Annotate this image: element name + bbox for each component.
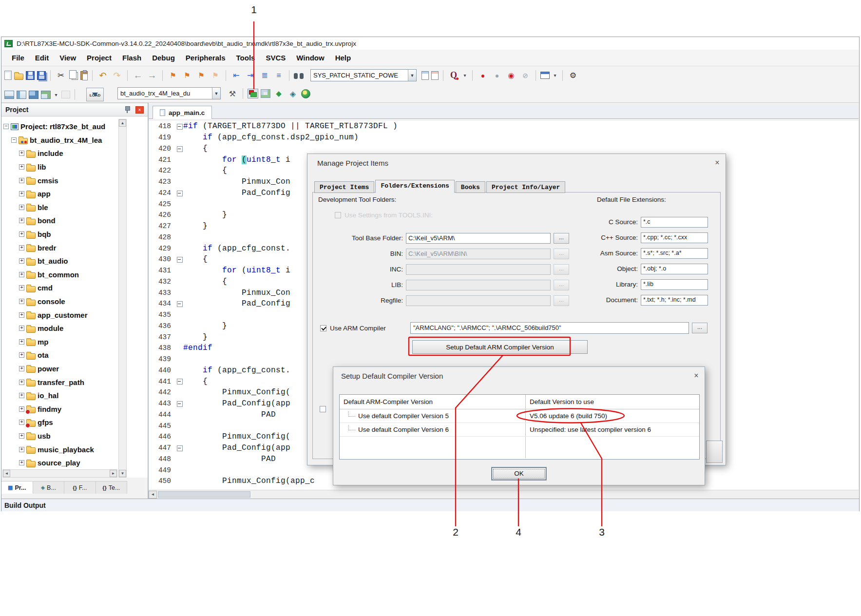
tab-project[interactable]: ▦ Pr... [1, 481, 33, 494]
expander-icon[interactable]: + [19, 406, 24, 412]
translate-file-icon[interactable] [4, 91, 14, 99]
menu-item[interactable]: SVCS [260, 54, 291, 62]
tree-item[interactable]: + usb [1, 429, 117, 443]
browse-button[interactable]: ... [554, 295, 569, 306]
tree-item[interactable]: + bt_common [1, 268, 117, 282]
menu-item[interactable]: File [6, 54, 30, 62]
debug-session-icon[interactable]: Q [448, 70, 459, 81]
back-icon[interactable]: ← [132, 70, 144, 81]
tree-item[interactable]: + include [1, 147, 117, 160]
prev-bookmark-icon[interactable]: ⚑ [181, 70, 193, 81]
expander-icon[interactable]: + [19, 433, 24, 439]
incremental-find-icon[interactable] [431, 71, 439, 80]
tree-item[interactable]: + module [1, 322, 117, 335]
clear-bookmarks-icon[interactable]: ⚑ [210, 70, 221, 81]
ok-button[interactable]: OK [492, 467, 546, 480]
tree-item[interactable]: + lib [1, 160, 117, 174]
menu-item[interactable]: Peripherals [180, 54, 231, 62]
expander-icon[interactable]: − [3, 124, 9, 129]
save-icon[interactable] [26, 71, 35, 80]
tree-item[interactable]: + app [1, 187, 117, 201]
arm-compiler-input[interactable]: "ARMCLANG"; ".\ARMCC"; ".\ARMCC_506build… [410, 322, 689, 334]
scroll-up-icon[interactable]: ▲ [119, 119, 126, 127]
tree-item[interactable]: + ota [1, 348, 117, 362]
tab-functions[interactable]: {} F... [64, 481, 96, 494]
fold-marker[interactable] [176, 210, 183, 221]
web-page-icon[interactable] [301, 89, 310, 98]
find-icon[interactable] [421, 71, 429, 80]
chevron-down-icon[interactable]: ▼ [408, 70, 416, 81]
save-all-icon[interactable] [37, 71, 46, 80]
fold-marker[interactable] [176, 443, 183, 454]
expander-icon[interactable]: + [19, 380, 24, 385]
fold-marker[interactable] [176, 464, 183, 476]
fold-marker[interactable] [176, 409, 183, 421]
tree-item[interactable]: + cmd [1, 281, 117, 295]
indent-icon[interactable]: ⇥ [245, 70, 256, 81]
open-folder-icon[interactable] [14, 74, 23, 80]
browse-button[interactable]: ... [554, 264, 569, 275]
asm-source-input[interactable]: *.s*; *.src; *.a* [641, 248, 708, 259]
rebuild-all-icon[interactable] [29, 91, 38, 99]
tree-item[interactable]: + transfer_path [1, 375, 117, 389]
fold-marker[interactable] [176, 198, 183, 210]
enable-breakpoints-icon[interactable]: ⊘ [519, 70, 531, 81]
browse-button[interactable]: ... [554, 280, 569, 290]
version-row-value[interactable]: Unspecified: use latest compiler version… [526, 423, 699, 436]
scroll-right-icon[interactable]: ► [110, 470, 117, 477]
expander-icon[interactable]: + [19, 178, 24, 183]
scroll-left-icon[interactable]: ◄ [3, 470, 10, 477]
fold-marker[interactable] [176, 143, 183, 154]
expander-icon[interactable]: + [19, 218, 24, 223]
redo-icon[interactable]: ↷ [111, 70, 123, 81]
tree-horizontal-scrollbar[interactable]: ◄ ► [2, 469, 117, 478]
scroll-left-icon[interactable]: ◄ [149, 491, 157, 499]
fold-marker[interactable] [176, 420, 183, 431]
tab-templates[interactable]: {} Te... [96, 481, 128, 494]
tree-item[interactable]: + cmsis [1, 173, 117, 187]
close-icon[interactable]: × [688, 371, 705, 380]
fold-marker[interactable] [176, 276, 183, 288]
fold-marker[interactable] [176, 132, 183, 143]
version-row[interactable]: Use default Compiler Version 6 Unspecifi… [340, 423, 699, 437]
fold-marker[interactable] [176, 354, 183, 365]
expander-icon[interactable]: + [19, 258, 24, 264]
fold-marker[interactable] [176, 232, 183, 243]
use-arm-compiler-checkbox[interactable] [320, 325, 326, 331]
regfile-input[interactable] [406, 295, 551, 306]
fold-marker[interactable] [176, 254, 183, 265]
fold-marker[interactable] [176, 154, 183, 165]
tree-item[interactable]: + music_playback [1, 443, 117, 456]
tree-item[interactable]: + bredr [1, 241, 117, 254]
c-source-input[interactable]: *.c [641, 217, 708, 228]
tab-app-main-c[interactable]: app_main.c [153, 106, 212, 119]
scroll-down-icon[interactable]: ▼ [119, 470, 126, 477]
fold-marker[interactable] [176, 287, 183, 298]
tree-vertical-scrollbar[interactable]: ▲ ▼ [118, 119, 127, 478]
fold-marker[interactable] [176, 331, 183, 343]
dropdown-icon[interactable]: ▾ [462, 70, 468, 81]
comment-icon[interactable]: ≣ [259, 70, 270, 81]
expander-icon[interactable]: + [19, 366, 24, 371]
expander-icon[interactable]: + [19, 164, 24, 170]
tab-project-info-layer[interactable]: Project Info/Layer [486, 181, 565, 193]
expander-icon[interactable]: + [19, 393, 24, 398]
unindent-icon[interactable]: ⇤ [230, 70, 242, 81]
fold-marker[interactable] [176, 121, 183, 132]
fold-marker[interactable] [176, 387, 183, 398]
menu-item[interactable]: View [54, 54, 81, 62]
select-software-packs-icon[interactable]: ◆ [273, 88, 285, 99]
tree-item[interactable]: + gfps [1, 416, 117, 429]
expander-icon[interactable]: + [19, 272, 24, 277]
tab-books[interactable]: ◈ B... [33, 481, 65, 494]
expander-icon[interactable]: + [19, 151, 24, 156]
expander-icon[interactable]: + [19, 339, 24, 345]
fold-marker[interactable] [176, 431, 183, 443]
menu-item[interactable]: Debug [147, 54, 180, 62]
expander-icon[interactable]: + [19, 352, 24, 358]
fold-marker[interactable] [176, 243, 183, 254]
tab-folders-extensions[interactable]: Folders/Extensions [375, 180, 454, 193]
fold-marker[interactable] [176, 376, 183, 387]
expander-icon[interactable]: + [19, 191, 24, 196]
bin-input[interactable]: C:\Keil_v5\ARM\BIN\ [406, 249, 551, 259]
